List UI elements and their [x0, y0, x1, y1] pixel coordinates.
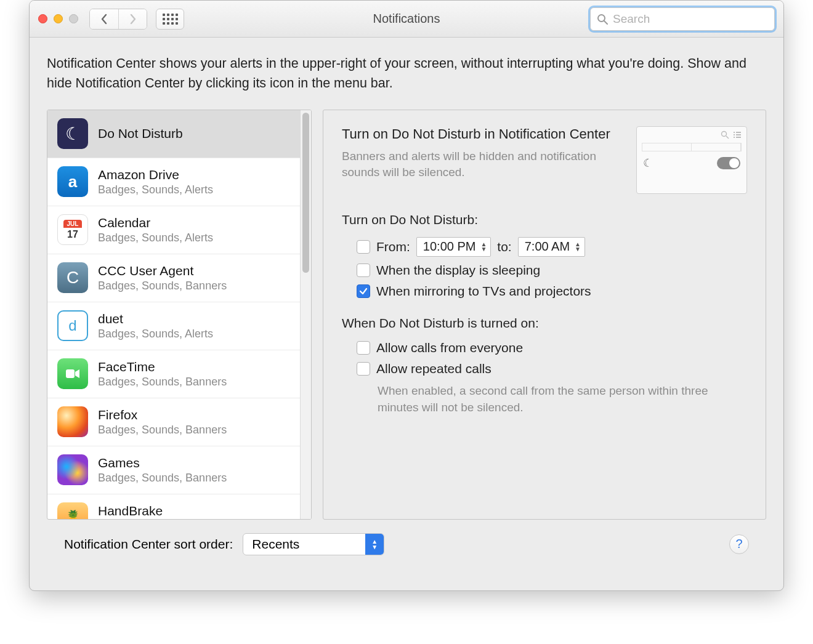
allow-everyone-label: Allow calls from everyone — [376, 340, 523, 355]
app-item-text: Do Not Disturb — [98, 126, 183, 141]
stepper-icon[interactable]: ▲▼ — [480, 242, 487, 252]
svg-rect-5 — [734, 132, 735, 133]
allow-repeated-label: Allow repeated calls — [376, 361, 491, 376]
allow-everyone-row: Allow calls from everyone — [357, 340, 747, 355]
show-all-button[interactable] — [156, 9, 184, 30]
allow-repeated-checkbox[interactable] — [357, 362, 370, 376]
display-sleeping-row: When the display is sleeping — [357, 263, 747, 278]
moon-icon: ☾ — [643, 156, 653, 170]
grid-icon — [163, 14, 178, 25]
mirroring-label: When mirroring to TVs and projectors — [376, 284, 591, 299]
to-label: to: — [497, 239, 511, 254]
app-item-title: CCC User Agent — [98, 264, 227, 278]
amazon-icon: a — [57, 166, 88, 197]
app-item-subtitle: Badges, Sounds, Banners — [98, 280, 227, 292]
display-sleeping-checkbox[interactable] — [357, 264, 370, 277]
app-item-title: Do Not Disturb — [98, 126, 183, 141]
app-item-title: duet — [98, 312, 213, 326]
detail-header: Turn on Do Not Disturb in Notification C… — [342, 126, 747, 194]
from-checkbox[interactable] — [357, 240, 370, 254]
titlebar: Notifications — [30, 1, 783, 38]
scrollbar-track[interactable] — [300, 110, 311, 519]
duet-icon: d — [57, 310, 88, 341]
detail-panel: Turn on Do Not Disturb in Notification C… — [323, 110, 766, 520]
app-item-subtitle: Badges, Sounds, Banners — [98, 424, 227, 437]
app-list-item[interactable]: ☾Do Not Disturb — [47, 110, 300, 158]
app-list-item[interactable]: FirefoxBadges, Sounds, Banners — [47, 398, 300, 446]
from-label: From: — [376, 239, 410, 254]
app-item-title: Amazon Drive — [98, 167, 213, 182]
app-item-text: FirefoxBadges, Sounds, Banners — [98, 408, 227, 437]
ft-icon — [57, 358, 88, 389]
app-list-item[interactable]: 🍍HandBrakeBadges, Sounds, Banners — [47, 494, 300, 519]
list-icon — [733, 131, 742, 139]
search-icon — [597, 14, 608, 25]
search-icon — [721, 131, 729, 139]
from-time-value: 10:00 PM — [423, 239, 476, 254]
svg-rect-10 — [736, 137, 741, 138]
app-list-item[interactable]: dduetBadges, Sounds, Alerts — [47, 302, 300, 350]
stepper-icon[interactable]: ▲▼ — [575, 242, 581, 252]
svg-rect-7 — [734, 134, 735, 135]
app-item-subtitle: Badges, Sounds, Banners — [98, 472, 227, 485]
mirroring-row: When mirroring to TVs and projectors — [357, 284, 747, 299]
close-window-button[interactable] — [38, 14, 47, 23]
preferences-window: Notifications Notification Center shows … — [29, 0, 784, 591]
app-item-text: duetBadges, Sounds, Alerts — [98, 312, 213, 340]
schedule-row: From: 10:00 PM ▲▼ to: 7:00 AM ▲▼ — [357, 237, 747, 257]
svg-rect-6 — [736, 132, 741, 133]
question-icon: ? — [735, 537, 742, 551]
allow-everyone-checkbox[interactable] — [357, 341, 370, 355]
app-list-item[interactable]: FaceTimeBadges, Sounds, Banners — [47, 350, 300, 398]
svg-rect-9 — [734, 137, 735, 138]
app-item-text: HandBrakeBadges, Sounds, Banners — [98, 504, 227, 519]
app-item-subtitle: Badges, Sounds, Alerts — [98, 328, 213, 340]
chevron-left-icon — [100, 14, 108, 25]
toggle-icon — [717, 157, 740, 169]
forward-button[interactable] — [118, 9, 147, 29]
games-icon — [57, 454, 88, 485]
app-item-title: Games — [98, 456, 227, 470]
main-row: ☾Do Not DisturbaAmazon DriveBadges, Soun… — [47, 110, 766, 520]
sort-order-select[interactable]: Recents ▲▼ — [243, 533, 384, 555]
app-list-item[interactable]: JUL17CalendarBadges, Sounds, Alerts — [47, 206, 300, 254]
detail-subheading: Banners and alerts will be hidden and no… — [342, 148, 623, 181]
app-list-item[interactable]: aAmazon DriveBadges, Sounds, Alerts — [47, 158, 300, 206]
app-item-text: Amazon DriveBadges, Sounds, Alerts — [98, 167, 213, 196]
svg-point-3 — [722, 131, 727, 136]
pane-description: Notification Center shows your alerts in… — [47, 54, 766, 94]
help-button[interactable]: ? — [729, 534, 749, 554]
to-time-field[interactable]: 7:00 AM ▲▼ — [518, 237, 585, 257]
app-item-title: Calendar — [98, 215, 213, 230]
traffic-lights — [38, 14, 78, 23]
app-list-item[interactable]: CCCC User AgentBadges, Sounds, Banners — [47, 254, 300, 302]
display-sleeping-label: When the display is sleeping — [376, 263, 540, 278]
nav-buttons — [89, 9, 147, 30]
app-item-title: Firefox — [98, 408, 227, 422]
app-list-item[interactable]: GamesBadges, Sounds, Banners — [47, 446, 300, 494]
hb-icon: 🍍 — [57, 502, 88, 519]
content-area: Notification Center shows your alerts in… — [30, 38, 783, 590]
app-list[interactable]: ☾Do Not DisturbaAmazon DriveBadges, Soun… — [47, 110, 300, 519]
minimize-window-button[interactable] — [54, 14, 63, 23]
chevron-right-icon — [129, 14, 137, 25]
ff-icon — [57, 406, 88, 437]
from-time-field[interactable]: 10:00 PM ▲▼ — [416, 237, 491, 257]
mirroring-checkbox[interactable] — [357, 284, 370, 298]
svg-line-1 — [604, 21, 607, 24]
svg-rect-2 — [66, 369, 75, 378]
notification-center-preview: ☾ — [636, 126, 747, 194]
app-item-subtitle: Badges, Sounds, Alerts — [98, 183, 213, 196]
app-item-text: CCC User AgentBadges, Sounds, Banners — [98, 264, 227, 292]
app-item-text: CalendarBadges, Sounds, Alerts — [98, 215, 213, 244]
search-field[interactable] — [590, 7, 775, 31]
app-item-title: HandBrake — [98, 504, 227, 518]
svg-line-4 — [726, 136, 729, 139]
when-on-heading: When Do Not Disturb is turned on: — [342, 316, 747, 331]
search-input[interactable] — [613, 12, 768, 26]
back-button[interactable] — [90, 9, 118, 29]
scrollbar-thumb[interactable] — [302, 113, 309, 273]
to-time-value: 7:00 AM — [525, 239, 570, 254]
sort-order-value: Recents — [243, 537, 365, 552]
zoom-window-button — [69, 14, 78, 23]
